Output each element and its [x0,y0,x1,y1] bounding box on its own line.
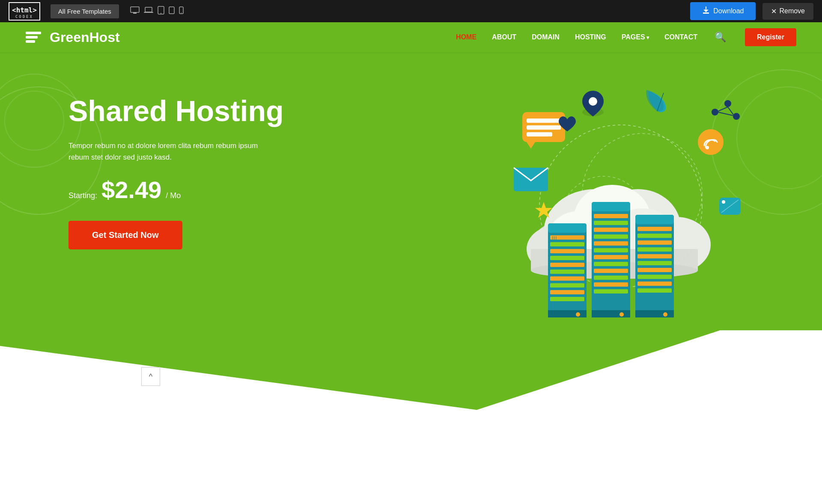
site-header: GreenHost HOME ABOUT DOMAIN HOSTING PAGE… [0,22,822,52]
svg-rect-65 [637,275,672,279]
nav-domain[interactable]: DOMAIN [532,33,560,41]
nav-pages[interactable]: PAGES [622,33,649,41]
svg-rect-54 [592,310,630,317]
svg-point-8 [181,12,182,13]
svg-rect-63 [637,261,672,265]
get-started-button[interactable]: Get Started Now [68,221,182,249]
tablet-icon[interactable] [158,6,164,17]
svg-rect-34 [550,297,584,301]
device-preview-icons [130,6,184,17]
nav-contact[interactable]: CONTACT [664,33,697,41]
all-free-templates-button[interactable]: All Free Templates [51,4,119,18]
svg-rect-51 [594,276,628,280]
svg-rect-39 [556,236,557,240]
svg-point-82 [724,100,731,107]
svg-rect-37 [552,236,553,240]
nav-about[interactable]: ABOUT [492,33,516,41]
hero-price-per: / Mo [166,191,181,200]
svg-rect-53 [594,289,628,294]
logo-stack-icon [26,32,41,43]
toolbar: <html> CODEX All Free Templates Download… [0,0,822,22]
svg-rect-57 [635,215,674,224]
remove-icon: ✕ [771,7,777,15]
svg-rect-72 [527,125,561,130]
svg-rect-1 [133,12,137,14]
cloud-svg [480,78,779,377]
svg-rect-58 [637,227,672,231]
svg-point-5 [161,13,161,14]
tablet-small-icon[interactable] [169,6,175,16]
download-label: Download [713,7,744,15]
main-nav: HOME ABOUT DOMAIN HOSTING PAGES CONTACT … [456,28,796,46]
svg-rect-42 [594,214,628,218]
svg-rect-35 [548,310,587,317]
svg-rect-46 [594,241,628,246]
remove-button[interactable]: ✕ Remove [762,3,813,20]
svg-rect-64 [637,268,672,272]
svg-rect-9 [703,12,709,14]
svg-point-76 [589,97,597,106]
svg-rect-60 [637,240,672,245]
svg-rect-68 [635,310,674,317]
svg-rect-73 [527,132,552,136]
hero-description: Tempor rebum no at dolore lorem clita re… [68,140,274,163]
hero-content: Shared Hosting Tempor rebum no at dolore… [0,52,300,249]
register-button[interactable]: Register [745,28,796,46]
site-logo-text: GreenHost [50,30,120,45]
nav-home[interactable]: HOME [456,33,477,41]
svg-line-85 [718,107,728,111]
svg-rect-48 [594,255,628,259]
svg-rect-38 [554,236,555,240]
svg-point-55 [619,312,624,317]
svg-rect-44 [594,228,628,232]
svg-rect-71 [527,119,561,123]
chevron-up-icon: ^ [149,372,152,381]
svg-point-83 [712,109,718,116]
svg-rect-6 [169,7,174,14]
svg-point-79 [706,146,709,149]
svg-rect-30 [550,270,584,274]
mobile-icon[interactable] [179,6,184,16]
scroll-up-button[interactable]: ^ [141,367,160,386]
htmlcodex-logo: <html> CODEX [9,2,40,21]
svg-rect-32 [550,283,584,288]
svg-rect-52 [594,282,628,287]
svg-rect-41 [592,202,630,211]
svg-rect-50 [594,269,628,273]
download-icon [702,6,710,16]
nav-hosting[interactable]: HOSTING [575,33,606,41]
svg-point-84 [733,113,740,120]
svg-rect-62 [637,254,672,258]
svg-point-78 [698,129,724,155]
svg-point-89 [722,200,725,204]
svg-rect-2 [145,7,152,12]
remove-label: Remove [779,7,805,15]
svg-rect-40 [592,202,630,317]
svg-rect-43 [594,221,628,225]
hero-section: Shared Hosting Tempor rebum no at dolore… [0,52,822,480]
svg-point-69 [663,312,667,317]
svg-rect-59 [637,234,672,238]
svg-rect-27 [550,249,584,253]
svg-rect-3 [144,12,153,13]
svg-rect-25 [550,235,584,240]
svg-rect-66 [637,282,672,286]
laptop-icon[interactable] [144,6,153,16]
hero-starting-label: Starting: [68,191,97,200]
svg-rect-31 [550,276,584,281]
site-logo: GreenHost [26,30,120,45]
hero-title: Shared Hosting [68,95,300,127]
svg-rect-33 [550,290,584,294]
download-button[interactable]: Download [690,2,756,20]
svg-rect-47 [594,248,628,252]
hero-illustration [480,78,779,377]
desktop-icon[interactable] [130,6,140,16]
svg-marker-74 [527,142,535,148]
svg-rect-61 [637,247,672,252]
svg-line-87 [718,112,733,116]
svg-point-36 [576,312,580,317]
svg-line-86 [728,107,733,115]
svg-rect-67 [637,288,672,293]
svg-rect-26 [550,242,584,246]
search-icon[interactable]: 🔍 [715,32,726,43]
